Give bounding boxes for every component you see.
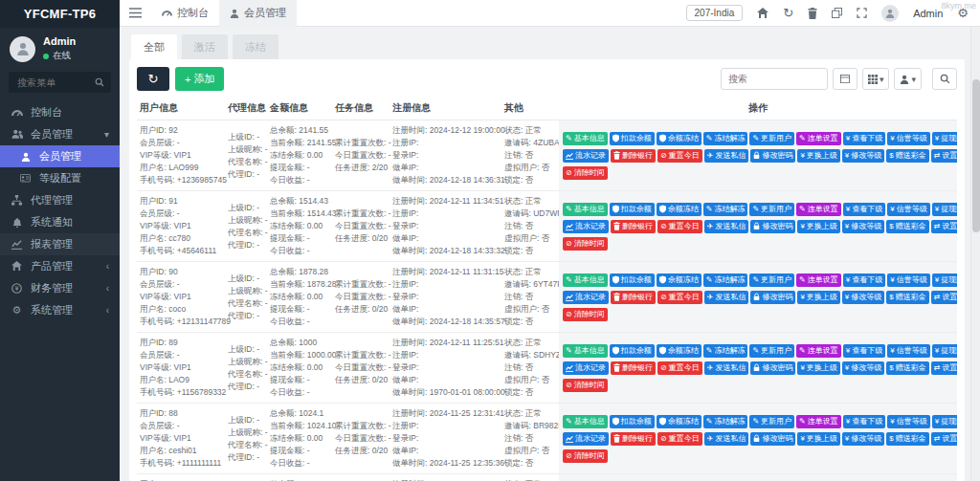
op-button[interactable]: ¥更换上级 xyxy=(797,220,839,233)
op-button[interactable]: ⊘清除时间 xyxy=(563,166,608,180)
op-button[interactable]: ¥提现账户 xyxy=(932,273,957,287)
op-button[interactable]: ¥修改等级 xyxy=(842,291,884,304)
add-button[interactable]: +添加 xyxy=(175,67,224,91)
op-button[interactable]: ⊘重置今日 xyxy=(657,220,702,233)
op-button[interactable]: ¥修改等级 xyxy=(842,220,884,233)
op-button[interactable]: ✎冻结解冻 xyxy=(703,273,748,287)
op-button[interactable]: ¥更换上级 xyxy=(797,361,839,375)
tab-frozen[interactable]: 冻结 xyxy=(233,34,278,59)
op-button[interactable]: ¥修改等级 xyxy=(842,149,884,163)
op-button[interactable]: $赠送彩金 xyxy=(886,291,928,304)
op-button[interactable]: ⊘重置今日 xyxy=(657,432,702,446)
menu-toggle-icon[interactable] xyxy=(120,8,151,18)
columns-button[interactable]: ▾ xyxy=(862,68,890,90)
nav-tab-console[interactable]: 控制台 xyxy=(151,0,219,27)
sidebar-search-input[interactable] xyxy=(15,77,95,89)
op-button[interactable]: ✎更新用户 xyxy=(749,132,794,145)
op-button[interactable]: ✎基本信息 xyxy=(563,203,608,216)
op-button[interactable]: 流水记录 xyxy=(563,220,609,233)
op-button[interactable]: 删除银行 xyxy=(611,220,656,233)
op-button[interactable]: 删除银行 xyxy=(611,432,656,446)
op-button[interactable]: 扣款余额 xyxy=(610,132,655,145)
sidebar-item-reports[interactable]: 报表管理 xyxy=(0,233,120,255)
sidebar-item-system[interactable]: ⚙ 系统管理 ‹ xyxy=(0,299,120,321)
sidebar-item-console[interactable]: 控制台 xyxy=(0,101,120,123)
op-button[interactable]: ✎基本信息 xyxy=(563,132,608,145)
op-button[interactable]: 删除银行 xyxy=(611,149,656,163)
op-button[interactable]: 修改密码 xyxy=(750,361,795,375)
op-button[interactable]: ¥提现账户 xyxy=(932,415,957,428)
op-button[interactable]: ✎更新用户 xyxy=(749,273,794,287)
toggle-panel-button[interactable] xyxy=(833,68,858,90)
op-button[interactable]: 修改密码 xyxy=(750,149,795,163)
op-button[interactable]: ⊘重置今日 xyxy=(657,361,702,375)
op-button[interactable]: $赠送彩金 xyxy=(886,220,928,233)
op-button[interactable]: ¥修改等级 xyxy=(842,432,884,446)
sidebar-item-members[interactable]: 会员管理 ▾ xyxy=(0,123,120,145)
op-button[interactable]: ⊘清除时间 xyxy=(563,237,608,251)
op-button[interactable]: ✎连单设置 xyxy=(796,344,841,358)
op-button[interactable]: 余额冻结 xyxy=(657,203,702,216)
op-button[interactable]: 余额冻结 xyxy=(657,344,702,358)
op-button[interactable]: ✎连单设置 xyxy=(796,415,841,428)
op-button[interactable]: ✎更新用户 xyxy=(749,344,794,358)
tab-all[interactable]: 全部 xyxy=(131,34,177,59)
op-button[interactable]: 流水记录 xyxy=(563,149,609,163)
op-button[interactable]: 扣款余额 xyxy=(610,203,655,216)
region-selector[interactable]: 207-India xyxy=(686,5,744,21)
tab-active[interactable]: 激活 xyxy=(182,34,228,59)
op-button[interactable]: ¥提现账户 xyxy=(932,203,957,216)
export-button[interactable]: ▾ xyxy=(894,68,922,90)
op-button[interactable]: ⇄设置进度 xyxy=(931,361,957,375)
sidebar-item-level-config[interactable]: 等级配置 xyxy=(0,167,120,189)
copy-icon[interactable] xyxy=(832,8,842,18)
op-button[interactable]: ⊘清除时间 xyxy=(563,449,608,463)
op-button[interactable]: 扣款余额 xyxy=(610,344,655,358)
op-button[interactable]: ¥查看下级 xyxy=(843,415,885,428)
op-button[interactable]: ⇄设置进度 xyxy=(931,432,957,446)
op-button[interactable]: ✎基本信息 xyxy=(563,415,608,428)
op-button[interactable]: ✎冻结解冻 xyxy=(703,132,748,145)
op-button[interactable]: ✎连单设置 xyxy=(796,132,841,145)
avatar[interactable] xyxy=(881,5,899,22)
op-button[interactable]: ✎冻结解冻 xyxy=(703,344,748,358)
avatar[interactable] xyxy=(10,36,35,62)
op-button[interactable]: ✈发送私信 xyxy=(704,432,749,446)
op-button[interactable]: 修改密码 xyxy=(750,291,795,304)
sidebar-item-finance[interactable]: ¥ 财务管理 ‹ xyxy=(0,277,120,299)
op-button[interactable]: ¥查看下级 xyxy=(843,132,885,145)
op-button[interactable]: ⊘清除时间 xyxy=(563,379,608,392)
op-button[interactable]: ✎基本信息 xyxy=(563,273,608,287)
op-button[interactable]: $赠送彩金 xyxy=(886,361,928,375)
op-button[interactable]: ⊘重置今日 xyxy=(657,149,702,163)
op-button[interactable]: ¥更换上级 xyxy=(797,149,839,163)
op-button[interactable]: ✈发送私信 xyxy=(704,291,749,304)
home-icon[interactable] xyxy=(757,8,768,18)
refresh-icon[interactable]: ↻ xyxy=(783,7,793,19)
op-button[interactable]: ✈发送私信 xyxy=(704,361,749,375)
op-button[interactable]: ¥信誉等级 xyxy=(887,415,929,428)
op-button[interactable]: ✎更新用户 xyxy=(749,203,794,216)
op-button[interactable]: ¥提现账户 xyxy=(932,132,957,145)
trash-icon[interactable] xyxy=(808,8,817,19)
search-input[interactable] xyxy=(721,68,828,90)
op-button[interactable]: 流水记录 xyxy=(563,291,609,304)
search-button[interactable] xyxy=(932,68,957,90)
refresh-button[interactable]: ↻ xyxy=(137,67,169,91)
op-button[interactable]: 流水记录 xyxy=(563,432,609,446)
op-button[interactable]: 修改密码 xyxy=(750,432,795,446)
op-button[interactable]: ¥查看下级 xyxy=(843,203,885,216)
op-button[interactable]: 余额冻结 xyxy=(657,415,702,428)
sidebar-item-products[interactable]: 产品管理 ‹ xyxy=(0,255,120,277)
op-button[interactable]: ¥提现账户 xyxy=(932,344,957,358)
op-button[interactable]: 流水记录 xyxy=(563,361,609,375)
op-button[interactable]: ¥修改等级 xyxy=(842,361,884,375)
op-button[interactable]: ✎连单设置 xyxy=(796,203,841,216)
op-button[interactable]: 余额冻结 xyxy=(657,273,702,287)
op-button[interactable]: ✈发送私信 xyxy=(704,220,749,233)
op-button[interactable]: ⇄设置进度 xyxy=(931,149,957,163)
op-button[interactable]: ⇄设置进度 xyxy=(931,291,957,304)
sidebar-item-agents[interactable]: 代理管理 xyxy=(0,189,120,211)
op-button[interactable]: 扣款余额 xyxy=(610,415,655,428)
op-button[interactable]: ¥信誉等级 xyxy=(887,203,929,216)
